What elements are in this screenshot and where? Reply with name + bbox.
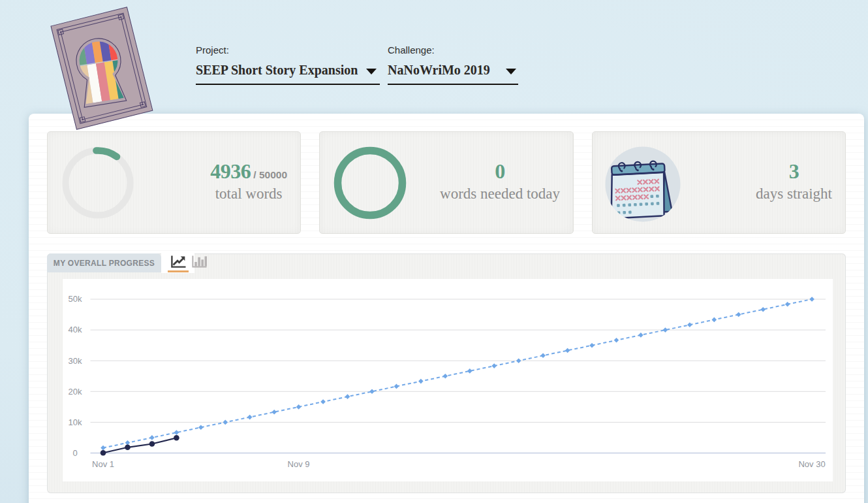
- svg-text:0: 0: [72, 448, 77, 458]
- svg-text:20k: 20k: [69, 387, 82, 397]
- svg-text:Nov 9: Nov 9: [288, 459, 310, 469]
- svg-text:30k: 30k: [69, 356, 82, 366]
- svg-text:Nov 30: Nov 30: [798, 459, 825, 469]
- svg-text:Nov 1: Nov 1: [92, 459, 114, 469]
- svg-text:40k: 40k: [69, 325, 82, 334]
- svg-text:50k: 50k: [69, 294, 82, 304]
- svg-text:10k: 10k: [69, 417, 82, 427]
